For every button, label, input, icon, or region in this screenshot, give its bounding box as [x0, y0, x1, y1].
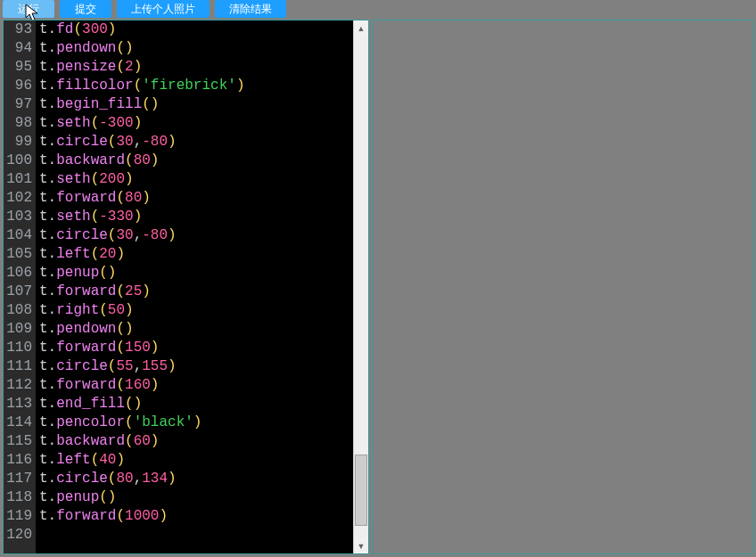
code-line[interactable]: t.forward(150) — [39, 339, 368, 357]
line-number: 107 — [4, 283, 32, 301]
code-lines[interactable]: t.fd(300)t.pendown()t.pensize(2)t.fillco… — [36, 20, 368, 553]
scroll-track[interactable] — [354, 36, 368, 538]
line-number: 115 — [4, 432, 32, 451]
code-line[interactable]: t.left(20) — [39, 245, 368, 264]
code-line[interactable]: t.fd(300) — [39, 20, 368, 39]
line-number: 111 — [4, 357, 32, 376]
code-line[interactable]: t.forward(80) — [39, 189, 368, 208]
main-area: 9394959697989910010110210310410510610710… — [0, 20, 756, 557]
scroll-up-arrow[interactable]: ▲ — [354, 20, 368, 36]
scroll-thumb[interactable] — [355, 455, 367, 526]
line-number: 108 — [4, 301, 32, 320]
line-number: 112 — [4, 376, 32, 395]
line-number: 119 — [4, 507, 32, 526]
toolbar-button-2[interactable]: 上传个人照片 — [117, 0, 210, 18]
toolbar: 运行提交上传个人照片清除结果 — [0, 0, 756, 20]
line-number: 100 — [4, 152, 32, 170]
line-number: 116 — [4, 451, 32, 470]
code-line[interactable]: t.right(50) — [39, 301, 368, 320]
code-line[interactable]: t.backward(60) — [39, 432, 368, 451]
line-number: 103 — [4, 208, 32, 226]
output-pane — [373, 20, 753, 554]
toolbar-button-0[interactable]: 运行 — [3, 0, 54, 18]
code-line[interactable]: t.penup() — [39, 488, 368, 507]
code-line[interactable]: t.seth(-300) — [39, 114, 368, 133]
code-area[interactable]: 9394959697989910010110210310410510610710… — [4, 20, 368, 553]
code-line[interactable]: t.end_fill() — [39, 395, 368, 414]
line-number: 117 — [4, 470, 32, 488]
code-line[interactable]: t.forward(1000) — [39, 507, 368, 526]
code-line[interactable]: t.circle(80,134) — [39, 470, 368, 488]
code-editor-pane: 9394959697989910010110210310410510610710… — [3, 20, 369, 554]
line-number: 120 — [4, 526, 32, 545]
line-number: 101 — [4, 170, 32, 189]
code-line[interactable]: t.forward(160) — [39, 376, 368, 395]
code-line[interactable]: t.seth(-330) — [39, 208, 368, 226]
line-number: 113 — [4, 395, 32, 414]
line-number: 109 — [4, 320, 32, 339]
line-number: 104 — [4, 226, 32, 245]
code-line[interactable]: t.pencolor('black') — [39, 414, 368, 432]
line-number: 114 — [4, 414, 32, 432]
code-line[interactable]: t.circle(55,155) — [39, 357, 368, 376]
line-number-gutter: 9394959697989910010110210310410510610710… — [4, 20, 36, 553]
code-line[interactable]: t.circle(30,-80) — [39, 226, 368, 245]
code-line[interactable]: t.seth(200) — [39, 170, 368, 189]
code-line[interactable]: t.pendown() — [39, 320, 368, 339]
line-number: 110 — [4, 339, 32, 357]
line-number: 105 — [4, 245, 32, 264]
code-line[interactable]: t.fillcolor('firebrick') — [39, 77, 368, 95]
line-number: 118 — [4, 488, 32, 507]
line-number: 93 — [4, 20, 32, 39]
scroll-down-arrow[interactable]: ▼ — [354, 538, 368, 553]
line-number: 102 — [4, 189, 32, 208]
code-line[interactable]: t.backward(80) — [39, 152, 368, 170]
toolbar-button-1[interactable]: 提交 — [60, 0, 111, 18]
code-line[interactable]: t.pensize(2) — [39, 58, 368, 77]
code-line[interactable]: t.penup() — [39, 264, 368, 283]
line-number: 97 — [4, 95, 32, 114]
line-number: 96 — [4, 77, 32, 95]
code-line[interactable]: t.forward(25) — [39, 283, 368, 301]
code-line[interactable] — [39, 526, 368, 545]
code-line[interactable]: t.left(40) — [39, 451, 368, 470]
toolbar-button-3[interactable]: 清除结果 — [215, 0, 286, 18]
line-number: 106 — [4, 264, 32, 283]
vertical-scrollbar[interactable]: ▲ ▼ — [353, 20, 368, 553]
line-number: 98 — [4, 114, 32, 133]
line-number: 94 — [4, 39, 32, 58]
line-number: 99 — [4, 133, 32, 152]
code-line[interactable]: t.circle(30,-80) — [39, 133, 368, 152]
line-number: 95 — [4, 58, 32, 77]
code-line[interactable]: t.pendown() — [39, 39, 368, 58]
code-line[interactable]: t.begin_fill() — [39, 95, 368, 114]
